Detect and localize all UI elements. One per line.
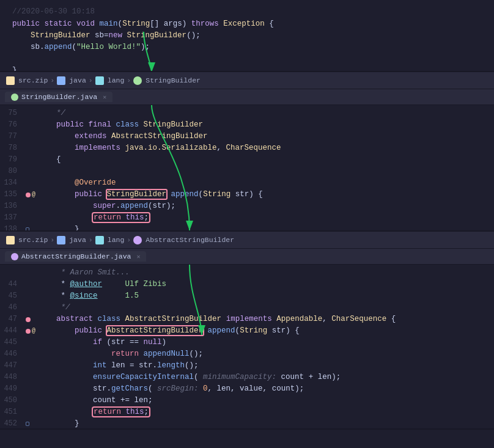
code-line-446: 446 return appendNull();: [0, 348, 494, 360]
line-content: super.append(str);: [38, 200, 494, 212]
bc-src-zip: src.zip: [18, 76, 48, 84]
line-content: str.getChars( srcBegin: 0, len, value, c…: [38, 383, 494, 395]
tab-asb[interactable]: AbstractStringBuilder.java ✕: [5, 251, 146, 262]
line-content: }: [38, 418, 494, 428]
code-line-47: 47 abstract class AbstractStringBuilder …: [0, 314, 494, 325]
lang-icon: [95, 76, 104, 85]
line-gutter: [26, 317, 38, 322]
line-content: ensureCapacityInternal( minimumCapacity:…: [38, 372, 494, 383]
close-tab-icon[interactable]: ✕: [103, 94, 106, 101]
code-line-448: 448 ensureCapacityInternal( minimumCapac…: [0, 372, 494, 383]
line-content: */: [38, 302, 494, 314]
code-line-46: 46 */: [0, 302, 494, 314]
bc2-java: java: [69, 236, 86, 244]
top-comment: //2020-06-30 10:18: [6, 4, 494, 18]
code-line-80: 80: [0, 166, 494, 177]
line-content: * @since 1.5: [38, 290, 494, 302]
close-tab-icon-asb[interactable]: ✕: [136, 253, 140, 260]
code-line-77: 77 extends AbstractStringBuilder: [0, 131, 494, 142]
code-line-452: 452 ▢ }: [0, 418, 494, 428]
bc2-src-zip: src.zip: [18, 236, 48, 244]
bc2-lang: lang: [108, 236, 125, 244]
tab-file-icon-asb: [11, 253, 18, 260]
line-num: 446: [0, 348, 26, 360]
code-line-449: 449 str.getChars( srcBegin: 0, len, valu…: [0, 383, 494, 395]
line-num: 134: [0, 177, 26, 189]
gutter-at: @: [32, 189, 35, 200]
line-gutter: @: [26, 189, 38, 200]
line-content: sb.append("Hello World!");: [12, 42, 488, 53]
code-line: sb.append("Hello World!");: [12, 42, 488, 53]
line-content: * @author Ulf Zibis: [38, 279, 494, 290]
top-code: public static void main(String[] args) t…: [6, 18, 494, 72]
line-content: }: [38, 224, 494, 230]
line-gutter: ▢: [26, 224, 38, 230]
code-line-444: 444 @ public AbstractStringBuilder appen…: [0, 325, 494, 337]
code-line-136: 136 super.append(str);: [0, 200, 494, 212]
gutter-at-2: @: [32, 325, 35, 337]
line-content: int len = str.length();: [38, 360, 494, 372]
bc-java: java: [69, 76, 86, 84]
line-num: 452: [0, 418, 26, 428]
lang-icon-2: [95, 236, 104, 244]
line-content: extends AbstractStringBuilder: [38, 131, 494, 142]
tab-bar-middle: StringBuilder.java ✕: [0, 89, 494, 105]
line-num: 47: [0, 314, 26, 325]
line-num: 45: [0, 290, 26, 302]
code-lines-bottom: * Aaron Smit... 44 * @author Ulf Zibis 4…: [0, 265, 494, 428]
line-num: 44: [0, 279, 26, 290]
line-num: 451: [0, 406, 26, 418]
breakpoint-dot: [26, 193, 31, 197]
line-num: 77: [0, 131, 26, 142]
asb-icon: [133, 236, 142, 244]
code-line-138: 138 ▢ }: [0, 224, 494, 230]
code-line-78: 78 implements java.io.Serializable, Char…: [0, 142, 494, 154]
bc-lang: lang: [108, 76, 125, 84]
code-line-44: 44 * @author Ulf Zibis: [0, 279, 494, 290]
line-content: return appendNull();: [38, 348, 494, 360]
tab-label: StringBuilder.java: [21, 93, 97, 101]
line-content: count += len;: [38, 395, 494, 406]
breakpoint-dot-2: [26, 317, 31, 322]
code-line-445: 445 if (str == null): [0, 337, 494, 348]
line-content: if (str == null): [38, 337, 494, 348]
line-content: public StringBuilder append(String str) …: [38, 189, 494, 200]
bc2-asb: AbstractStringBuilder: [146, 236, 234, 244]
line-num: 447: [0, 360, 26, 372]
line-content: implements java.io.Serializable, CharSeq…: [38, 142, 494, 154]
line-num: 76: [0, 119, 26, 131]
code-line-top-truncated: * Aaron Smit...: [0, 267, 494, 279]
line-num: 450: [0, 395, 26, 406]
line-num: 136: [0, 200, 26, 212]
line-num: 79: [0, 154, 26, 166]
gutter-sq: ▢: [26, 224, 29, 230]
bc-stringbuilder: StringBuilder: [146, 76, 201, 84]
line-gutter: ▢: [26, 418, 38, 428]
zip-icon-2: [6, 236, 15, 244]
line-num: 444: [0, 325, 26, 337]
line-num: 135: [0, 189, 26, 200]
line-content: */: [38, 108, 494, 119]
line-content: @Override: [38, 177, 494, 189]
line-content: public AbstractStringBuilder append(Stri…: [38, 325, 494, 337]
line-num: 46: [0, 302, 26, 314]
line-content: {: [38, 154, 494, 166]
code-line-76: 76 public final class StringBuilder: [0, 119, 494, 131]
code-line-135: 135 @ public StringBuilder append(String…: [0, 189, 494, 200]
code-line: public static void main(String[] args) t…: [12, 18, 488, 30]
tab-bar-bottom: AbstractStringBuilder.java ✕: [0, 249, 494, 265]
line-content: }: [12, 65, 488, 72]
code-line-450: 450 count += len;: [0, 395, 494, 406]
line-num: 445: [0, 337, 26, 348]
code-line-447: 447 int len = str.length();: [0, 360, 494, 372]
java-icon-2: [57, 236, 65, 244]
code-line-137: 137 return this;: [0, 212, 494, 224]
middle-panel: src.zip › java › lang › StringBuilder St…: [0, 72, 494, 232]
zip-icon: [6, 76, 15, 85]
line-gutter: @: [26, 325, 38, 337]
code-line-79: 79 {: [0, 154, 494, 166]
tab-label-asb: AbstractStringBuilder.java: [21, 252, 131, 260]
breadcrumb-bottom: src.zip › java › lang › AbstractStringBu…: [0, 232, 494, 249]
tab-stringbuilder[interactable]: StringBuilder.java ✕: [5, 92, 112, 102]
line-content: * Aaron Smit...: [38, 267, 494, 279]
